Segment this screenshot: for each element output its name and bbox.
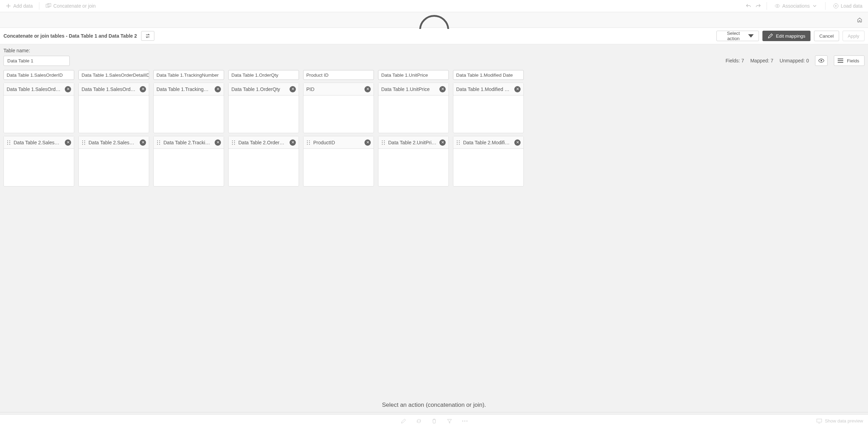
cancel-button[interactable]: Cancel bbox=[814, 31, 839, 41]
field-chip[interactable]: Data Table 2.Modifie… ✕ bbox=[453, 136, 523, 149]
svg-point-26 bbox=[234, 142, 235, 143]
fields-menu-button[interactable]: Fields bbox=[834, 55, 865, 66]
grip-icon[interactable] bbox=[156, 140, 161, 145]
svg-point-21 bbox=[157, 144, 158, 144]
field-chip[interactable]: ProductID ✕ bbox=[304, 136, 374, 149]
grip-icon[interactable] bbox=[456, 140, 460, 145]
source-table-1-box[interactable]: Data Table 1.SalesOrderID ✕ bbox=[3, 83, 74, 133]
svg-point-25 bbox=[232, 142, 233, 143]
remove-chip-icon[interactable]: ✕ bbox=[140, 86, 146, 92]
field-chip-label: Data Table 1.Modified Date bbox=[456, 86, 512, 92]
svg-point-37 bbox=[382, 142, 383, 143]
svg-point-12 bbox=[84, 140, 85, 141]
field-chip[interactable]: Data Table 2.OrderQty ✕ bbox=[229, 136, 299, 149]
svg-point-14 bbox=[84, 142, 85, 143]
remove-chip-icon[interactable]: ✕ bbox=[65, 86, 71, 92]
field-chip[interactable]: Data Table 2.SalesOr… ✕ bbox=[4, 136, 74, 149]
remove-chip-icon[interactable]: ✕ bbox=[215, 139, 221, 146]
field-header-input[interactable]: Product ID bbox=[303, 70, 374, 80]
remove-chip-icon[interactable]: ✕ bbox=[65, 139, 71, 146]
grip-icon[interactable] bbox=[82, 140, 86, 145]
add-data-button[interactable]: Add data bbox=[3, 2, 35, 10]
svg-point-41 bbox=[457, 140, 458, 141]
visibility-toggle[interactable] bbox=[815, 55, 828, 66]
svg-point-40 bbox=[384, 144, 385, 144]
field-chip[interactable]: Data Table 1.Modified Date ✕ bbox=[453, 83, 523, 96]
list-icon bbox=[838, 58, 843, 63]
mapped-stat: Mapped: 7 bbox=[750, 58, 773, 63]
svg-point-44 bbox=[459, 142, 460, 143]
remove-chip-icon[interactable]: ✕ bbox=[364, 139, 371, 146]
source-table-2-box[interactable]: Data Table 2.Trackin… ✕ bbox=[153, 136, 224, 186]
field-header-input[interactable]: Data Table 1.SalesOrderID bbox=[3, 70, 74, 80]
source-table-1-box[interactable]: PID ✕ bbox=[303, 83, 374, 133]
home-icon[interactable] bbox=[857, 17, 862, 23]
svg-point-46 bbox=[459, 144, 460, 144]
field-header-input[interactable]: Data Table 1.Modified Date bbox=[453, 70, 524, 80]
source-table-2-box[interactable]: Data Table 2.Modifie… ✕ bbox=[453, 136, 524, 186]
field-header-input[interactable]: Data Table 1.UnitPrice bbox=[378, 70, 449, 80]
source-table-2-box[interactable]: Data Table 2.SalesOr… ✕ bbox=[78, 136, 149, 186]
remove-chip-icon[interactable]: ✕ bbox=[140, 139, 146, 146]
field-header-input[interactable]: Data Table 1.OrderQty bbox=[228, 70, 299, 80]
source-table-2-box[interactable]: Data Table 2.UnitPrice ✕ bbox=[378, 136, 449, 186]
field-chip-label: Data Table 2.Trackin… bbox=[163, 140, 212, 145]
field-chip[interactable]: Data Table 2.SalesOr… ✕ bbox=[79, 136, 149, 149]
field-chip[interactable]: Data Table 1.SalesOrder… ✕ bbox=[79, 83, 149, 96]
remove-chip-icon[interactable]: ✕ bbox=[290, 139, 296, 146]
source-table-1-box[interactable]: Data Table 1.Modified Date ✕ bbox=[453, 83, 524, 133]
edit-mappings-button[interactable]: Edit mappings bbox=[762, 31, 811, 41]
grip-icon[interactable] bbox=[231, 140, 236, 145]
field-chip[interactable]: Data Table 2.UnitPrice ✕ bbox=[378, 136, 448, 149]
svg-point-33 bbox=[307, 144, 308, 144]
svg-point-22 bbox=[159, 144, 160, 144]
swap-tables-button[interactable] bbox=[141, 31, 154, 41]
field-chip-label: Data Table 2.OrderQty bbox=[238, 140, 287, 145]
eye-icon bbox=[775, 3, 780, 9]
field-chip[interactable]: Data Table 1.OrderQty ✕ bbox=[229, 83, 299, 96]
tablename-input[interactable] bbox=[3, 56, 70, 66]
field-chip[interactable]: Data Table 1.SalesOrderID ✕ bbox=[4, 83, 74, 96]
field-header-input[interactable]: Data Table 1.SalesOrderDetailID bbox=[78, 70, 149, 80]
associations-label: Associations bbox=[782, 3, 810, 9]
grip-icon[interactable] bbox=[381, 140, 385, 145]
remove-chip-icon[interactable]: ✕ bbox=[439, 86, 446, 92]
associations-button[interactable]: Associations bbox=[773, 2, 820, 10]
pencil-icon bbox=[768, 33, 773, 39]
controls-row: Fields: 7 Mapped: 7 Unmapped: 0 Fields bbox=[0, 55, 868, 70]
remove-chip-icon[interactable]: ✕ bbox=[364, 86, 371, 92]
grip-icon[interactable] bbox=[306, 140, 310, 145]
source-table-1-box[interactable]: Data Table 1.SalesOrder… ✕ bbox=[78, 83, 149, 133]
source-table-1-box[interactable]: Data Table 1.TrackingNu… ✕ bbox=[153, 83, 224, 133]
remove-chip-icon[interactable]: ✕ bbox=[514, 86, 521, 92]
svg-point-19 bbox=[157, 142, 158, 143]
grip-icon[interactable] bbox=[7, 140, 11, 145]
field-chip[interactable]: PID ✕ bbox=[304, 83, 374, 96]
redo-icon[interactable] bbox=[755, 3, 761, 9]
load-data-label: Load data bbox=[841, 3, 862, 9]
svg-point-43 bbox=[457, 142, 458, 143]
source-table-1-box[interactable]: Data Table 1.UnitPrice ✕ bbox=[378, 83, 449, 133]
remove-chip-icon[interactable]: ✕ bbox=[290, 86, 296, 92]
remove-chip-icon[interactable]: ✕ bbox=[215, 86, 221, 92]
source-table-1-box[interactable]: Data Table 1.OrderQty ✕ bbox=[228, 83, 299, 133]
source-table-2-box[interactable]: ProductID ✕ bbox=[303, 136, 374, 186]
svg-point-35 bbox=[382, 140, 383, 141]
source-table-2-box[interactable]: Data Table 2.OrderQty ✕ bbox=[228, 136, 299, 186]
page-title: Concatenate or join tables - Data Table … bbox=[3, 33, 137, 39]
remove-chip-icon[interactable]: ✕ bbox=[439, 139, 446, 146]
field-header-input[interactable]: Data Table 1.TrackingNumber bbox=[153, 70, 224, 80]
load-data-button[interactable]: Load data bbox=[831, 2, 865, 10]
concat-join-button[interactable]: Concatenate or join bbox=[44, 2, 98, 10]
mapping-column: Data Table 1.SalesOrderID Data Table 1.S… bbox=[3, 70, 74, 186]
svg-point-30 bbox=[309, 140, 310, 141]
field-chip[interactable]: Data Table 1.TrackingNu… ✕ bbox=[154, 83, 224, 96]
undo-icon[interactable] bbox=[746, 3, 751, 9]
select-action-dropdown[interactable]: Select action bbox=[716, 31, 759, 41]
context-bar bbox=[0, 12, 868, 28]
remove-chip-icon[interactable]: ✕ bbox=[514, 139, 521, 146]
field-chip[interactable]: Data Table 1.UnitPrice ✕ bbox=[378, 83, 448, 96]
source-table-2-box[interactable]: Data Table 2.SalesOr… ✕ bbox=[3, 136, 74, 186]
svg-point-24 bbox=[234, 140, 235, 141]
field-chip[interactable]: Data Table 2.Trackin… ✕ bbox=[154, 136, 224, 149]
